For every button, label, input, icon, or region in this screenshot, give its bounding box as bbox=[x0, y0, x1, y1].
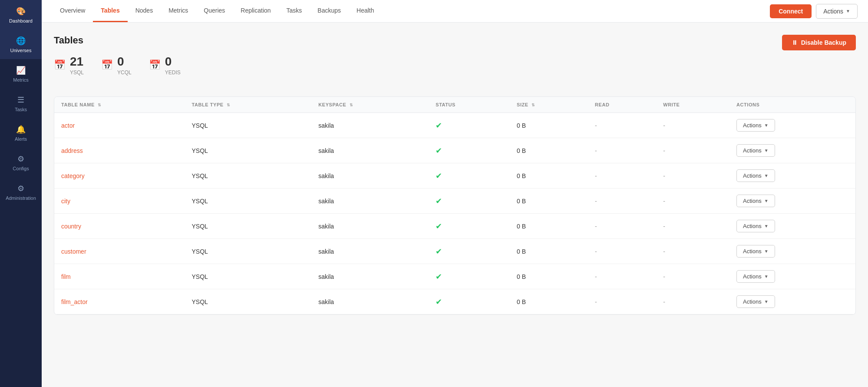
cell-table-type: YSQL bbox=[185, 239, 312, 264]
chevron-down-icon: ▼ bbox=[764, 299, 769, 304]
sidebar-item-configs[interactable]: ⚙ Configs bbox=[0, 148, 42, 177]
row-actions-label: Actions bbox=[743, 273, 762, 280]
chevron-down-icon: ▼ bbox=[764, 198, 769, 203]
cell-status: ✔ bbox=[429, 239, 510, 264]
cell-table-type: YSQL bbox=[185, 163, 312, 189]
cell-actions: Actions ▼ bbox=[729, 264, 855, 289]
row-actions-button[interactable]: Actions ▼ bbox=[736, 195, 775, 207]
col-header-actions: ACTIONS bbox=[729, 97, 855, 113]
row-actions-button[interactable]: Actions ▼ bbox=[736, 270, 775, 283]
sidebar-item-alerts[interactable]: 🔔 Alerts bbox=[0, 118, 42, 148]
row-actions-button[interactable]: Actions ▼ bbox=[736, 119, 775, 132]
cell-status: ✔ bbox=[429, 138, 510, 163]
sidebar-item-metrics[interactable]: 📈 Metrics bbox=[0, 59, 42, 89]
row-actions-button[interactable]: Actions ▼ bbox=[736, 144, 775, 157]
table-row: customer YSQL sakila ✔ 0 B - - Actions ▼ bbox=[54, 239, 855, 264]
tab-tables[interactable]: Tables bbox=[93, 0, 127, 22]
ysql-count: 21 bbox=[70, 55, 84, 69]
tab-metrics[interactable]: Metrics bbox=[161, 0, 196, 22]
table-row: category YSQL sakila ✔ 0 B - - Actions ▼ bbox=[54, 163, 855, 189]
tables-container: TABLE NAME ⇅ TABLE TYPE ⇅ KEYSPACE ⇅ STA… bbox=[54, 96, 856, 315]
top-actions-button[interactable]: Actions ▼ bbox=[816, 4, 858, 19]
disable-backup-button[interactable]: ⏸ Disable Backup bbox=[782, 35, 856, 50]
administration-icon: ⚙ bbox=[16, 183, 26, 194]
disable-backup-label: Disable Backup bbox=[801, 39, 846, 46]
table-name-link[interactable]: film bbox=[61, 273, 71, 280]
tab-queries[interactable]: Queries bbox=[196, 0, 233, 22]
tab-overview[interactable]: Overview bbox=[52, 0, 93, 22]
cell-status: ✔ bbox=[429, 214, 510, 239]
top-nav-tabs: Overview Tables Nodes Metrics Queries Re… bbox=[52, 0, 770, 22]
row-actions-button[interactable]: Actions ▼ bbox=[736, 245, 775, 258]
tab-tasks[interactable]: Tasks bbox=[279, 0, 310, 22]
col-header-keyspace[interactable]: KEYSPACE ⇅ bbox=[311, 97, 429, 113]
sidebar-item-dashboard[interactable]: 🎨 Dashboard bbox=[0, 0, 42, 30]
sidebar-item-tasks[interactable]: ☰ Tasks bbox=[0, 89, 42, 118]
sidebar-item-label: Universes bbox=[10, 48, 32, 53]
cell-write: - bbox=[656, 214, 729, 239]
table-name-link[interactable]: film_actor bbox=[61, 298, 88, 305]
row-actions-label: Actions bbox=[743, 298, 762, 305]
table-name-link[interactable]: actor bbox=[61, 122, 75, 129]
table-name-link[interactable]: address bbox=[61, 147, 83, 154]
cell-table-name: address bbox=[54, 138, 185, 163]
yedis-count: 0 bbox=[165, 55, 181, 69]
cell-size: 0 B bbox=[510, 239, 588, 264]
connect-button[interactable]: Connect bbox=[770, 4, 812, 18]
status-check-icon: ✔ bbox=[436, 197, 442, 205]
yedis-table-icon: 📅 bbox=[149, 60, 161, 71]
sort-icon-table-type: ⇅ bbox=[227, 103, 231, 107]
tab-nodes[interactable]: Nodes bbox=[128, 0, 161, 22]
cell-size: 0 B bbox=[510, 214, 588, 239]
status-check-icon: ✔ bbox=[436, 172, 442, 180]
ysql-label: YSQL bbox=[70, 69, 84, 76]
col-header-table-type[interactable]: TABLE TYPE ⇅ bbox=[185, 97, 312, 113]
table-name-link[interactable]: customer bbox=[61, 248, 86, 255]
cell-size: 0 B bbox=[510, 113, 588, 138]
ycql-table-icon: 📅 bbox=[101, 60, 113, 71]
status-check-icon: ✔ bbox=[436, 298, 442, 306]
col-header-size[interactable]: SIZE ⇅ bbox=[510, 97, 588, 113]
cell-table-name: film_actor bbox=[54, 289, 185, 314]
status-check-icon: ✔ bbox=[436, 272, 442, 281]
row-actions-button[interactable]: Actions ▼ bbox=[736, 220, 775, 232]
col-header-read: READ bbox=[588, 97, 656, 113]
cell-actions: Actions ▼ bbox=[729, 239, 855, 264]
alerts-icon: 🔔 bbox=[16, 124, 26, 135]
sidebar-item-universes[interactable]: 🌐 Universes bbox=[0, 30, 42, 59]
cell-status: ✔ bbox=[429, 189, 510, 214]
sidebar-item-administration[interactable]: ⚙ Administration bbox=[0, 177, 42, 207]
row-actions-label: Actions bbox=[743, 248, 762, 255]
cell-write: - bbox=[656, 239, 729, 264]
table-name-link[interactable]: city bbox=[61, 198, 70, 205]
ycql-count: 0 bbox=[117, 55, 132, 69]
cell-write: - bbox=[656, 189, 729, 214]
sort-icon-table-name: ⇅ bbox=[98, 103, 102, 107]
sidebar-item-label: Alerts bbox=[15, 136, 27, 142]
metrics-icon: 📈 bbox=[16, 65, 26, 76]
cell-keyspace: sakila bbox=[311, 239, 429, 264]
col-header-table-name[interactable]: TABLE NAME ⇅ bbox=[54, 97, 185, 113]
cell-keyspace: sakila bbox=[311, 289, 429, 314]
tab-health[interactable]: Health bbox=[349, 0, 382, 22]
table-name-link[interactable]: country bbox=[61, 223, 81, 230]
tab-replication[interactable]: Replication bbox=[233, 0, 278, 22]
cell-size: 0 B bbox=[510, 189, 588, 214]
cell-table-type: YSQL bbox=[185, 138, 312, 163]
cell-table-type: YSQL bbox=[185, 214, 312, 239]
stat-ysql: 📅 21 YSQL bbox=[54, 55, 84, 76]
cell-write: - bbox=[656, 113, 729, 138]
cell-write: - bbox=[656, 163, 729, 189]
row-actions-label: Actions bbox=[743, 198, 762, 204]
cell-write: - bbox=[656, 264, 729, 289]
chevron-down-icon: ▼ bbox=[764, 249, 769, 254]
row-actions-button[interactable]: Actions ▼ bbox=[736, 295, 775, 308]
cell-table-name: customer bbox=[54, 239, 185, 264]
row-actions-button[interactable]: Actions ▼ bbox=[736, 169, 775, 182]
cell-actions: Actions ▼ bbox=[729, 189, 855, 214]
sidebar-item-label: Tasks bbox=[15, 107, 27, 112]
tab-backups[interactable]: Backups bbox=[310, 0, 349, 22]
table-name-link[interactable]: category bbox=[61, 172, 85, 179]
table-row: film_actor YSQL sakila ✔ 0 B - - Actions… bbox=[54, 289, 855, 314]
cell-read: - bbox=[588, 264, 656, 289]
